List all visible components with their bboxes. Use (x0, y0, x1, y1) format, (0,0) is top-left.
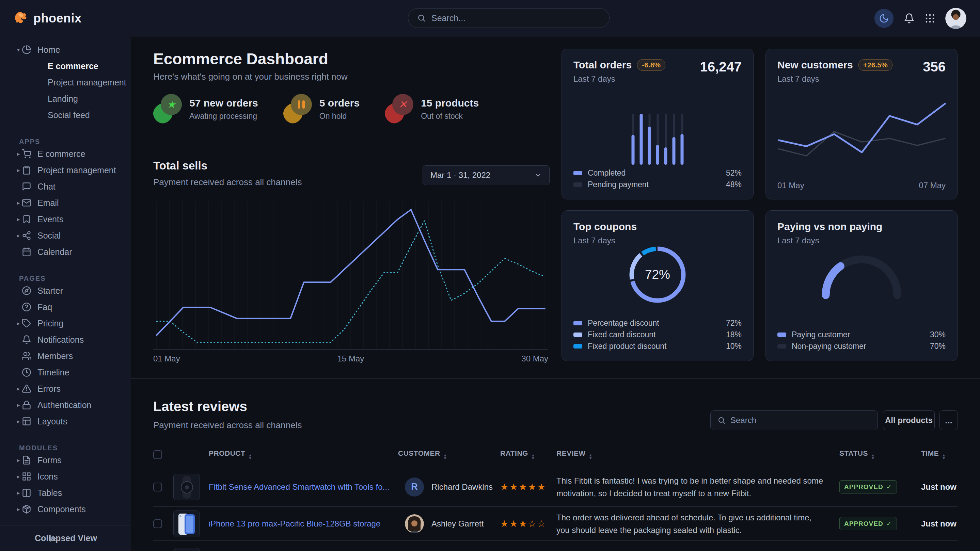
order-bar (681, 114, 684, 165)
brand-logo[interactable]: phoenix (13, 0, 82, 37)
sidebar-item-members[interactable]: Members (0, 348, 130, 364)
col-rating[interactable]: RATING▲▼ (493, 449, 550, 460)
table-row[interactable]: Fitbit Sense Advanced Smartwatch with To… (153, 467, 958, 507)
stats-divider (153, 143, 548, 143)
columns-icon (22, 488, 31, 497)
review-text: This Fitbit is fantastic! I was trying t… (557, 475, 824, 500)
sidebar-item-project-management[interactable]: ▸ Project management (0, 162, 130, 178)
sidebar-item-authentication[interactable]: ▸ Authentication (0, 397, 130, 413)
stat-icon: ✕ (385, 94, 414, 124)
sidebar-item-notifications[interactable]: Notifications (0, 332, 130, 348)
main-content: Ecommerce Dashboard Here's what's going … (131, 37, 980, 551)
reviews-search[interactable] (710, 410, 878, 430)
sidebar-item-e-commerce[interactable]: E commerce (0, 58, 130, 74)
legend-swatch (573, 321, 582, 326)
row-menu-dots[interactable]: ⋯ (947, 481, 956, 492)
sidebar-item-errors[interactable]: ▸ Errors (0, 381, 130, 397)
sidebar-item-pricing[interactable]: ▸ Pricing (0, 315, 130, 332)
sidebar-item-social[interactable]: ▸ Social (0, 227, 130, 244)
mail-icon (22, 198, 31, 208)
legend-item-pending-payment: Pending payment 48% (573, 179, 741, 190)
sidebar-item-components[interactable]: ▸ Components (0, 501, 130, 517)
file-icon (22, 456, 31, 465)
sidebar-item-tables[interactable]: ▸ Tables (0, 484, 130, 501)
sidebar-item-chat[interactable]: Chat (0, 178, 130, 195)
sidebar-item-project-management[interactable]: Project management (0, 74, 130, 91)
product-thumbnail[interactable] (173, 548, 200, 551)
table-row-partial[interactable] (153, 541, 958, 551)
chevron-down-icon (534, 171, 542, 179)
product-thumbnail[interactable] (173, 474, 200, 500)
apps-grid-button[interactable] (925, 13, 935, 24)
caret-right-icon: ▸ (15, 473, 22, 480)
gridicon-icon (22, 472, 31, 481)
product-link[interactable]: Fitbit Sense Advanced Smartwatch with To… (209, 482, 389, 492)
sidebar-item-home[interactable]: ▾ Home (0, 41, 130, 58)
row-checkbox[interactable] (153, 519, 162, 528)
table-body: Fitbit Sense Advanced Smartwatch with To… (153, 467, 958, 551)
reviews-search-input[interactable] (730, 416, 871, 425)
sidebar-item-timeline[interactable]: Timeline (0, 364, 130, 381)
all-products-button[interactable]: All products (883, 410, 935, 430)
col-review[interactable]: REVIEW▲▼ (550, 449, 834, 460)
sidebar-item-starter[interactable]: Starter (0, 283, 130, 299)
x-label-end: 07 May (919, 181, 946, 190)
coupons-legend: Percentage discount 72% Fixed card disco… (573, 317, 741, 352)
top-navbar: phoenix (0, 0, 980, 37)
more-options-button[interactable]: ... (939, 410, 958, 430)
legend-item-non-paying-customer: Non-paying customer 70% (777, 340, 946, 352)
sidebar-item-icons[interactable]: ▸ Icons (0, 468, 130, 484)
caret-down-icon: ▾ (15, 46, 22, 54)
pie-icon (22, 45, 31, 54)
legend-swatch (777, 344, 786, 348)
sidebar-item-events[interactable]: ▸ Events (0, 211, 130, 227)
product-thumbnail[interactable] (173, 510, 200, 537)
table-row[interactable]: iPhone 13 pro max-Pacific Blue-128GB sto… (153, 507, 958, 541)
compass-icon (22, 286, 31, 295)
row-menu-dots[interactable]: ⋯ (947, 518, 956, 529)
table-header-row: PRODUCT▲▼ CUSTOMER▲▼ RATING▲▼ REVIEW▲▼ S… (153, 442, 958, 467)
col-product[interactable]: PRODUCT▲▼ (173, 449, 398, 460)
caret-right-icon: ▸ (15, 402, 22, 409)
nav-search[interactable] (408, 8, 609, 28)
sidebar-item-email[interactable]: ▸ Email (0, 195, 130, 211)
users-icon (22, 351, 31, 361)
sidebar-item-faq[interactable]: Faq (0, 299, 130, 315)
trend-badge: -6.8% (637, 59, 665, 71)
x-label-end: 30 May (521, 354, 548, 364)
sidebar-section-pages: PAGES (0, 269, 130, 283)
collapsed-view-toggle[interactable]: Collapsed View (0, 525, 130, 551)
sidebar-item-social-feed[interactable]: Social feed (0, 107, 130, 123)
legend-swatch (777, 332, 786, 337)
sidebar-item-forms[interactable]: ▸ Forms (0, 452, 130, 468)
navbar-actions (875, 0, 966, 37)
sidebar-item-calendar[interactable]: Calendar (0, 244, 130, 260)
sidebar-item-e-commerce[interactable]: ▸ E commerce (0, 146, 130, 162)
col-customer[interactable]: CUSTOMER▲▼ (398, 449, 493, 460)
theme-toggle-button[interactable] (875, 9, 894, 28)
order-bar (640, 114, 643, 165)
sidebar-item-landing[interactable]: Landing (0, 91, 130, 107)
date-range-select[interactable]: Mar 1 - 31, 2022 (423, 165, 550, 185)
legend-item-fixed-card-discount: Fixed card discount 18% (573, 329, 741, 340)
user-avatar[interactable] (945, 8, 966, 29)
bookmark-icon (22, 214, 31, 224)
collapse-icon (49, 533, 59, 543)
stat-57-new-orders: ★ 57 new orders Awating processing (153, 94, 258, 124)
total-orders-card: Total orders -6.8% Last 7 days 16,247 (562, 49, 754, 199)
total-sells-chart (153, 196, 548, 353)
help-icon (22, 302, 31, 312)
card-title: Paying vs non paying (777, 221, 882, 232)
legend-swatch (573, 171, 582, 175)
col-status[interactable]: STATUS▲▼ (834, 449, 913, 460)
col-time[interactable]: TIME▲▼ (913, 449, 958, 460)
select-all-checkbox[interactable] (153, 450, 162, 459)
caret-right-icon: ▸ (15, 167, 22, 174)
row-checkbox[interactable] (153, 483, 162, 491)
notifications-button[interactable] (904, 13, 915, 24)
product-link[interactable]: iPhone 13 pro max-Pacific Blue-128GB sto… (209, 519, 380, 529)
search-icon (417, 14, 426, 22)
sidebar-item-layouts[interactable]: ▸ Layouts (0, 413, 130, 429)
nav-search-input[interactable] (431, 13, 600, 23)
stat-5-orders: 5 orders On hold (283, 94, 360, 124)
